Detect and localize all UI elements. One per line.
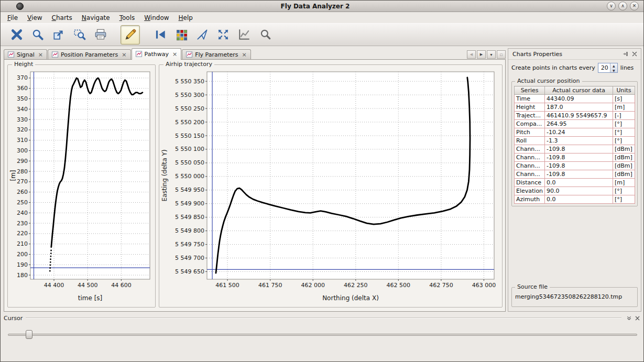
svg-text:Northing (delta X): Northing (delta X) bbox=[322, 294, 379, 302]
svg-text:5 549 700: 5 549 700 bbox=[175, 255, 204, 261]
svg-text:462 750: 462 750 bbox=[429, 282, 453, 289]
go-to-start-icon bbox=[154, 28, 167, 41]
menu-view[interactable]: View bbox=[23, 13, 47, 23]
dock-window-button[interactable] bbox=[621, 50, 630, 58]
svg-text:5 549 650: 5 549 650 bbox=[175, 268, 204, 275]
export-button[interactable] bbox=[49, 25, 68, 45]
menu-tools[interactable]: Tools bbox=[115, 13, 140, 23]
table-column-header[interactable]: Units bbox=[613, 86, 635, 95]
svg-text:330: 330 bbox=[17, 116, 28, 123]
edit-mode-icon bbox=[124, 28, 137, 41]
svg-text:5 550 150: 5 550 150 bbox=[175, 133, 204, 139]
menu-charts[interactable]: Charts bbox=[47, 13, 77, 23]
window-menu-icon[interactable] bbox=[16, 3, 24, 10]
table-row[interactable]: Traject...461410.9 5549657.9[-] bbox=[515, 112, 635, 120]
send-button[interactable] bbox=[192, 25, 212, 45]
close-panel-button[interactable] bbox=[633, 314, 641, 322]
table-row[interactable]: Chann...-109.8[dBm] bbox=[515, 162, 635, 170]
svg-text:44 600: 44 600 bbox=[111, 282, 132, 289]
tab-close-icon[interactable]: × bbox=[122, 51, 126, 58]
menu-navigate[interactable]: Navigate bbox=[77, 13, 115, 23]
table-row[interactable]: Elevation90.0[°] bbox=[515, 187, 635, 195]
print-button[interactable] bbox=[91, 25, 110, 45]
cursor-slider-track[interactable] bbox=[8, 334, 637, 336]
table-row[interactable]: Chann...-109.8[dBm] bbox=[515, 170, 635, 179]
table-column-header[interactable]: Actual cursor data bbox=[545, 86, 613, 95]
table-row[interactable]: Chann...-109.8[dBm] bbox=[515, 145, 635, 153]
charts-properties-header[interactable]: Charts Properties bbox=[508, 49, 641, 60]
tabs: Signal×Position Parameters×Pathway×Fly P… bbox=[4, 48, 252, 60]
tab-pathway[interactable]: Pathway× bbox=[132, 48, 182, 60]
svg-text:5 550 300: 5 550 300 bbox=[175, 92, 204, 98]
svg-text:360: 360 bbox=[17, 85, 28, 92]
svg-text:5 549 800: 5 549 800 bbox=[175, 227, 204, 234]
close-button[interactable]: ✕ bbox=[630, 2, 639, 10]
svg-text:463 000: 463 000 bbox=[472, 282, 496, 289]
menubar: FileViewChartsNavigateToolsWindowHelp bbox=[1, 13, 643, 23]
close-window-button[interactable] bbox=[630, 50, 639, 58]
menu-window[interactable]: Window bbox=[139, 13, 173, 23]
svg-text:time [s]: time [s] bbox=[78, 294, 103, 302]
svg-text:370: 370 bbox=[17, 74, 28, 81]
svg-text:250: 250 bbox=[17, 199, 28, 206]
svg-text:44 500: 44 500 bbox=[78, 282, 98, 289]
cursor-position-table[interactable]: SeriesActual cursor dataUnits Time44340.… bbox=[514, 86, 635, 204]
tabstrip: Signal×Position Parameters×Pathway×Fly P… bbox=[4, 48, 506, 60]
next-tab-button[interactable]: ▶ bbox=[477, 50, 486, 59]
titlebar[interactable]: Fly Data Analyzer 2 ∨∧✕ bbox=[1, 1, 643, 12]
channels-grid-icon bbox=[174, 28, 188, 41]
zoom-button[interactable] bbox=[28, 25, 47, 45]
table-row[interactable]: Pitch-10.24[°] bbox=[515, 128, 635, 137]
table-row[interactable]: Distance0.0[m] bbox=[515, 179, 635, 187]
table-row[interactable]: Azimuth0.0[°] bbox=[515, 195, 635, 204]
prev-tab-button[interactable]: ◀ bbox=[467, 50, 476, 59]
menu-file[interactable]: File bbox=[3, 13, 23, 23]
table-row[interactable]: Compa...264.95[°] bbox=[515, 120, 635, 128]
spin-up-icon[interactable]: ▲ bbox=[610, 63, 617, 68]
tab-close-icon[interactable]: × bbox=[242, 51, 247, 58]
actual-cursor-position-title: Actual cursor position bbox=[515, 78, 582, 84]
trajectory-chart[interactable]: 461 500461 750462 000462 250462 500462 7… bbox=[160, 67, 501, 306]
cursor-slider[interactable] bbox=[8, 330, 637, 340]
points-spinner[interactable]: 20 ▲ ▼ bbox=[598, 63, 618, 73]
table-row[interactable]: Chann...-109.8[dBm] bbox=[515, 153, 635, 162]
channels-grid-button[interactable] bbox=[171, 25, 191, 45]
cursor-slider-thumb[interactable] bbox=[26, 330, 32, 339]
svg-text:5 549 850: 5 549 850 bbox=[175, 214, 204, 221]
svg-text:44 400: 44 400 bbox=[44, 282, 64, 289]
tab-fly-parameters[interactable]: Fly Parameters× bbox=[182, 49, 251, 60]
fit-view-button[interactable] bbox=[213, 25, 233, 45]
menu-help[interactable]: Help bbox=[174, 13, 198, 23]
table-row[interactable]: Roll-1.3[°] bbox=[515, 137, 635, 145]
cursor-panel: Cursor bbox=[4, 314, 641, 360]
table-column-header[interactable]: Series bbox=[515, 86, 545, 95]
minimize-button[interactable]: ∨ bbox=[607, 2, 616, 10]
zoom-region-button[interactable] bbox=[70, 25, 89, 45]
table-row[interactable]: Time44340.09[s] bbox=[515, 95, 635, 103]
tab-list-button[interactable]: ▼ bbox=[487, 50, 496, 59]
tab-signal[interactable]: Signal× bbox=[4, 49, 47, 60]
source-file-group: Source file merging5346723508262288120.t… bbox=[511, 287, 638, 307]
minimize-panel-button[interactable] bbox=[625, 314, 633, 322]
tab-close-icon[interactable]: × bbox=[172, 51, 177, 58]
height-chart[interactable]: 44 40044 50044 6001801902002102202302402… bbox=[8, 67, 155, 306]
maximize-button[interactable]: ∧ bbox=[618, 2, 627, 10]
svg-text:220: 220 bbox=[17, 230, 28, 237]
spin-down-icon[interactable]: ▼ bbox=[610, 68, 617, 73]
chart-settings-button[interactable] bbox=[234, 25, 254, 45]
svg-text:260: 260 bbox=[17, 189, 28, 195]
remove-chart-button[interactable] bbox=[7, 25, 26, 45]
svg-text:462 000: 462 000 bbox=[301, 282, 325, 289]
go-to-start-button[interactable] bbox=[150, 25, 170, 45]
points-spinner-value[interactable]: 20 bbox=[598, 63, 610, 72]
app-window: Fly Data Analyzer 2 ∨∧✕ FileViewChartsNa… bbox=[0, 0, 644, 362]
maximize-view-button[interactable]: □ bbox=[497, 50, 506, 59]
toolbar-separator bbox=[141, 27, 149, 42]
edit-mode-button[interactable] bbox=[121, 25, 140, 45]
trajectory-chart-panel: Airhip trajectory 461 500461 750462 0004… bbox=[159, 64, 503, 308]
search-button[interactable] bbox=[255, 25, 275, 45]
tab-close-icon[interactable]: × bbox=[38, 51, 43, 58]
tab-position-parameters[interactable]: Position Parameters× bbox=[48, 49, 131, 60]
actual-cursor-position-group: Actual cursor position SeriesActual curs… bbox=[511, 81, 638, 206]
table-row[interactable]: Height187.0[m] bbox=[515, 103, 635, 112]
